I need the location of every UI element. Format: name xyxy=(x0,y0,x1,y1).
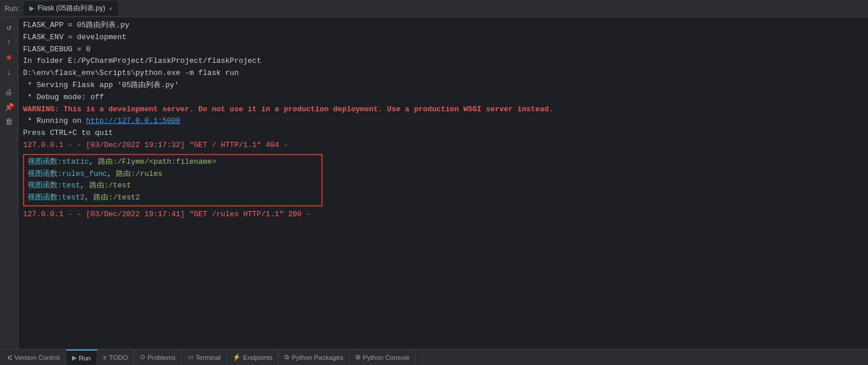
close-tab-button[interactable]: × xyxy=(109,5,112,12)
status-tab-python-packages[interactable]: ⧉ Python Packages xyxy=(279,349,350,366)
console-line-3: FLASK_DEBUG = 0 xyxy=(23,44,863,56)
console-line-warning: WARNING: This is a development server. D… xyxy=(23,104,863,116)
problems-icon: ⊙ xyxy=(140,353,145,361)
console-line-200: 127.0.0.1 - - [03/Dec/2022 19:17:41] "GE… xyxy=(23,209,863,221)
run-tab[interactable]: ▶ Flask (05路由列表.py) × xyxy=(24,1,118,16)
endpoints-label: Endpoints xyxy=(243,354,272,361)
status-tab-python-console[interactable]: ⊞ Python Console xyxy=(350,349,416,366)
status-tab-problems[interactable]: ⊙ Problems xyxy=(134,349,182,366)
main-area: ↺ ↑ ■ ↓ 🖨 📌 🗑 FLASK_APP = 05路由列表.py FLAS… xyxy=(0,17,868,349)
terminal-icon: ▭ xyxy=(188,353,194,361)
boxed-line-1: 视图函数:static, 路由:/Flyme/<path:filename> xyxy=(28,156,318,168)
todo-label: TODO xyxy=(109,354,128,361)
console-line-ctrl: Press CTRL+C to quit xyxy=(23,127,863,140)
version-control-icon: ⑆ xyxy=(8,354,12,361)
left-toolbar: ↺ ↑ ■ ↓ 🖨 📌 🗑 xyxy=(0,17,18,349)
restart-icon[interactable]: ↺ xyxy=(5,21,13,34)
python-console-icon: ⊞ xyxy=(355,353,361,361)
console-line-404: 127.0.0.1 - - [03/Dec/2022 19:17:32] "GE… xyxy=(23,140,863,152)
console-output: FLASK_APP = 05路由列表.py FLASK_ENV = develo… xyxy=(18,17,868,349)
status-tab-todo[interactable]: ≡ TODO xyxy=(97,349,134,366)
status-tab-run[interactable]: ▶ Run xyxy=(66,349,97,366)
console-line-1: FLASK_APP = 05路由列表.py xyxy=(23,20,863,32)
pin-icon[interactable]: 📌 xyxy=(3,101,16,114)
boxed-line-2: 视图函数:rules_func, 路由:/rules xyxy=(28,168,318,180)
status-tab-endpoints[interactable]: ⚡ Endpoints xyxy=(227,349,279,366)
console-line-2: FLASK_ENV = development xyxy=(23,32,863,44)
run-tab-name: Flask (05路由列表.py) xyxy=(37,3,105,13)
console-line-4: In folder E:/PyCharmProject/FlaskProject… xyxy=(23,55,863,67)
python-packages-label: Python Packages xyxy=(291,354,343,361)
terminal-label: Terminal xyxy=(196,354,221,361)
run-icon: ▶ xyxy=(72,354,77,362)
console-line-6: * Serving Flask app '05路由列表.py' xyxy=(23,80,863,92)
python-console-label: Python Console xyxy=(363,354,410,361)
status-bar: ⑆ Version Control ▶ Run ≡ TODO ⊙ Problem… xyxy=(0,349,868,365)
status-tab-terminal[interactable]: ▭ Terminal xyxy=(182,349,227,366)
stop-icon[interactable]: ■ xyxy=(5,51,13,64)
console-line-7: * Debug mode: off xyxy=(23,92,863,104)
boxed-section: 视图函数:static, 路由:/Flyme/<path:filename> 视… xyxy=(23,153,863,208)
toolbar-divider xyxy=(3,82,15,83)
print-icon[interactable]: 🖨 xyxy=(3,86,14,99)
scroll-up-icon[interactable]: ↑ xyxy=(5,36,13,49)
run-tab-icon: ▶ xyxy=(29,5,34,12)
run-label: Run: xyxy=(5,5,19,13)
todo-icon: ≡ xyxy=(103,354,107,361)
python-packages-icon: ⧉ xyxy=(285,353,289,361)
delete-icon[interactable]: 🗑 xyxy=(3,116,14,128)
server-url-link[interactable]: http://127.0.0.1:5000 xyxy=(86,116,180,125)
problems-label: Problems xyxy=(147,354,176,361)
status-tab-version-control[interactable]: ⑆ Version Control xyxy=(2,349,66,366)
scroll-down-icon[interactable]: ↓ xyxy=(5,66,13,79)
console-line-5: D:\env\flask_env\Scripts\python.exe -m f… xyxy=(23,67,863,80)
version-control-label: Version Control xyxy=(14,354,60,361)
run-label-bottom: Run xyxy=(79,355,91,362)
console-line-url: * Running on http://127.0.0.1:5000 xyxy=(23,115,863,127)
boxed-line-3: 视图函数:test, 路由:/test xyxy=(28,180,318,192)
run-bar: Run: ▶ Flask (05路由列表.py) × xyxy=(0,0,868,17)
boxed-line-4: 视图函数:test2, 路由:/test2 xyxy=(28,192,318,204)
endpoints-icon: ⚡ xyxy=(233,353,241,361)
